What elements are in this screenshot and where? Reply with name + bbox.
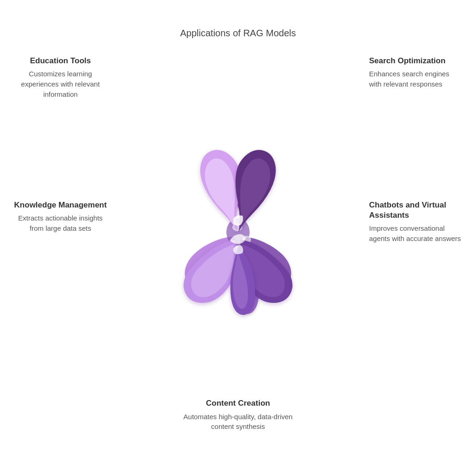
label-search: Search Optimization Enhances search engi… <box>369 56 462 89</box>
label-education: Education Tools Customizes learning expe… <box>14 56 107 99</box>
label-knowledge: Knowledge Management Extracts actionable… <box>14 200 107 234</box>
page-container: Applications of RAG Models Education Too… <box>0 0 476 455</box>
chatbots-desc: Improves conversational agents with accu… <box>369 223 462 244</box>
search-title: Search Optimization <box>369 56 462 66</box>
knowledge-desc: Extracts actionable insights from large … <box>14 213 107 234</box>
chatbots-title: Chatbots and Virtual Assistants <box>369 200 462 221</box>
rag-diagram-svg <box>161 142 315 324</box>
knowledge-title: Knowledge Management <box>14 200 107 210</box>
content-desc: Automates high-quality, data-driven cont… <box>182 412 294 432</box>
education-desc: Customizes learning experiences with rel… <box>14 69 107 99</box>
label-content: Content Creation Automates high-quality,… <box>182 398 294 432</box>
search-desc: Enhances search engines with relevant re… <box>369 69 462 89</box>
education-title: Education Tools <box>14 56 107 66</box>
content-title: Content Creation <box>182 398 294 408</box>
label-chatbots: Chatbots and Virtual Assistants Improves… <box>369 200 462 244</box>
page-title: Applications of RAG Models <box>180 28 296 39</box>
